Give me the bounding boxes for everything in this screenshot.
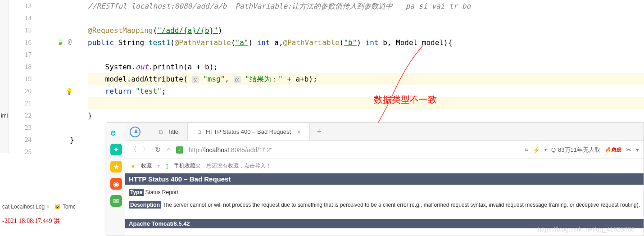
line-number[interactable]: 21: [9, 97, 32, 109]
log-tab[interactable]: cat Localhost Log ×: [2, 204, 50, 210]
forward-button[interactable]: 〉: [142, 145, 150, 154]
phone-icon: ▯: [165, 163, 168, 169]
url-input[interactable]: http://localhost:8085/add/1/"2": [189, 146, 519, 154]
annotation-text: 数据类型不一致: [374, 94, 437, 106]
line-number[interactable]: 20: [9, 85, 32, 97]
search-icon: Q: [551, 146, 556, 153]
param-hint: s:: [192, 76, 199, 83]
reload-button[interactable]: ↻: [155, 145, 161, 154]
home-button[interactable]: ⌂: [166, 146, 171, 154]
bookmark-hint[interactable]: 您还没有收藏，点击导入！: [206, 162, 271, 170]
project-sidebar: [0, 0, 9, 153]
security-shield-icon[interactable]: ✓: [176, 146, 183, 154]
back-button[interactable]: 〈: [130, 145, 137, 154]
line-number[interactable]: 23: [9, 122, 32, 134]
favorites-link[interactable]: 收藏: [141, 162, 152, 170]
browser-tab-active[interactable]: 🗋 HTTP Status 400 – Bad Request ×: [188, 123, 310, 141]
line-gutter: 13 14 15 16 17 18 19 20 21 22 23 24 25: [9, 0, 36, 153]
error-type-label: Type: [129, 189, 144, 196]
close-icon[interactable]: ×: [46, 204, 50, 210]
compass-icon[interactable]: [130, 127, 141, 137]
line-number[interactable]: 17: [9, 49, 32, 61]
address-bar: 〈 〉 ↻ ⌂ ✓ http://localhost:8085/add/1/"2…: [125, 141, 644, 159]
speed-icon[interactable]: ⚡: [532, 146, 540, 154]
browser-tab[interactable]: 🗋 Title: [150, 123, 188, 141]
line-number[interactable]: 14: [9, 12, 32, 24]
mobile-favorites-link[interactable]: 手机收藏夹: [174, 162, 201, 170]
browser-logo-icon[interactable]: e: [111, 127, 122, 138]
tomcat-tab[interactable]: 🐱 Tomc: [54, 204, 76, 210]
line-number[interactable]: 19: [9, 73, 32, 85]
page-icon: 🗋: [159, 129, 164, 135]
browser-tab-bar: 🗋 Title 🗋 HTTP Status 400 – Bad Request …: [125, 123, 644, 141]
line-number[interactable]: 13: [9, 0, 32, 12]
code-comment: //RESTful localhost:8080/add/a/b PathVar…: [88, 2, 471, 10]
line-number[interactable]: 25: [9, 146, 32, 158]
sidebar-favorites-icon[interactable]: ★: [110, 161, 122, 172]
sidebar-app-icon[interactable]: ✦: [110, 144, 122, 155]
browser-sidebar: e ✦ ★ ◉ ✉: [107, 123, 125, 236]
line-number[interactable]: 22: [9, 109, 32, 122]
file-label: iml: [1, 113, 8, 119]
error-type-value: Status Report: [145, 189, 178, 195]
watermark-text: https://blog.csdn.net/qq_41625866: [538, 226, 635, 233]
qr-icon[interactable]: ⌗: [525, 146, 528, 154]
star-icon[interactable]: ★: [131, 163, 136, 169]
tool-window-tabs: cat Localhost Log × 🐱 Tomc: [0, 200, 76, 213]
error-title: HTTP Status 400 – Bad Request: [125, 173, 644, 185]
sidebar-mail-icon[interactable]: ✉: [110, 195, 122, 207]
screenshot-icon[interactable]: ✂: [626, 145, 631, 154]
log-output-line: -2021 18:08:17.449 洪: [0, 217, 60, 225]
page-content: HTTP Status 400 – Bad Request Type Statu…: [125, 173, 644, 228]
line-number[interactable]: 24: [9, 134, 32, 146]
chevron-down-icon[interactable]: ▾: [544, 147, 547, 152]
tomcat-icon: 🐱: [54, 204, 61, 210]
new-tab-button[interactable]: +: [310, 127, 328, 136]
error-desc-value: The server cannot or will not process th…: [163, 202, 640, 208]
line-number[interactable]: 18: [9, 61, 32, 73]
param-hint: o:: [234, 76, 241, 83]
hot-search-badge[interactable]: 🔥热搜: [605, 146, 621, 153]
search-box[interactable]: Q 83万11年无人取: [551, 146, 600, 154]
close-tab-icon[interactable]: ×: [297, 128, 300, 136]
sidebar-weibo-icon[interactable]: ◉: [110, 178, 122, 190]
page-icon: 🗋: [197, 129, 202, 135]
line-number[interactable]: 15: [9, 24, 32, 36]
bookmark-bar: ★ 收藏 ▾ ▯ 手机收藏夹 您还没有收藏，点击导入！: [125, 159, 644, 173]
error-desc-label: Description: [129, 201, 161, 209]
browser-window: e ✦ ★ ◉ ✉ 🗋 Title 🗋 HTTP Status 400 – Ba…: [107, 123, 644, 236]
line-number[interactable]: 16: [9, 36, 32, 49]
